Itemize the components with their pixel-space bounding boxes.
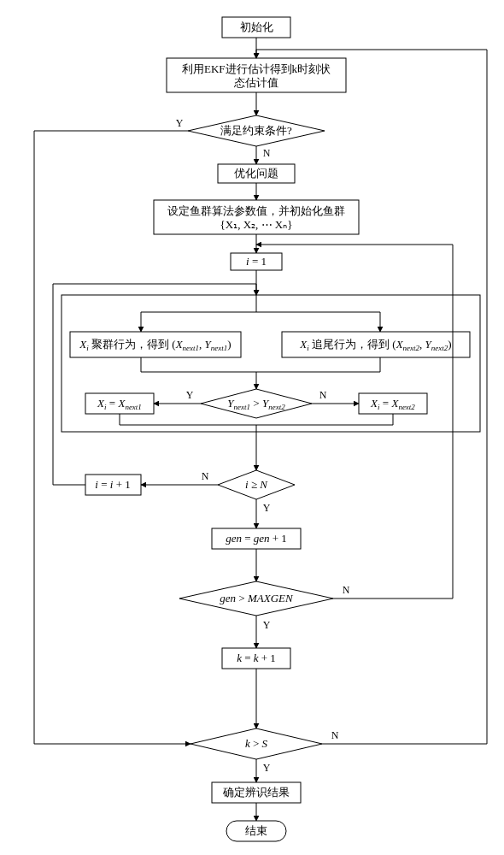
label-follow: Xi 追尾行为，得到 (Xnext2, Ynext2) — [299, 338, 451, 352]
svg-text:i = i + 1: i = i + 1 — [95, 478, 130, 491]
svg-text:k > S: k > S — [245, 737, 268, 750]
svg-text:k = k + 1: k = k + 1 — [237, 652, 276, 664]
svg-text:Y: Y — [263, 619, 271, 631]
flowchart: 初始化 利用EKF进行估计得到k时刻状 态估计值 满足约束条件? Y N 优化问… — [0, 0, 504, 855]
svg-text:Y: Y — [263, 762, 271, 774]
svg-text:gen > MAXGEN: gen > MAXGEN — [220, 592, 294, 604]
label-ekf-1: 利用EKF进行估计得到k时刻状 — [182, 62, 331, 75]
label-constraint: 满足约束条件? — [220, 124, 292, 137]
label-init: 初始化 — [240, 21, 273, 33]
svg-text:N: N — [331, 729, 339, 741]
label-y1: Y — [176, 117, 184, 129]
label-fish1: 设定鱼群算法参数值，并初始化鱼群 — [167, 204, 345, 217]
svg-text:i ≥ N: i ≥ N — [245, 478, 268, 491]
svg-text:N: N — [202, 470, 209, 482]
svg-text:Y: Y — [263, 502, 271, 514]
label-opt: 优化问题 — [234, 167, 278, 180]
label-fish-set: {X₁, X₂, ⋯ Xₙ} — [220, 218, 293, 231]
svg-text:Y: Y — [186, 389, 194, 401]
label-ekf-2: 态估计值 — [233, 76, 278, 89]
svg-text:N: N — [319, 389, 327, 401]
svg-text:N: N — [343, 584, 350, 596]
svg-text:gen = gen + 1: gen = gen + 1 — [226, 532, 287, 545]
label-n1: N — [263, 147, 271, 159]
label-end: 结束 — [245, 824, 267, 837]
label-swarm: Xi 聚群行为，得到 (Xnext1, Ynext1) — [79, 338, 231, 352]
label-i1: i = 1 — [246, 255, 267, 268]
label-result: 确定辨识结果 — [222, 786, 290, 799]
